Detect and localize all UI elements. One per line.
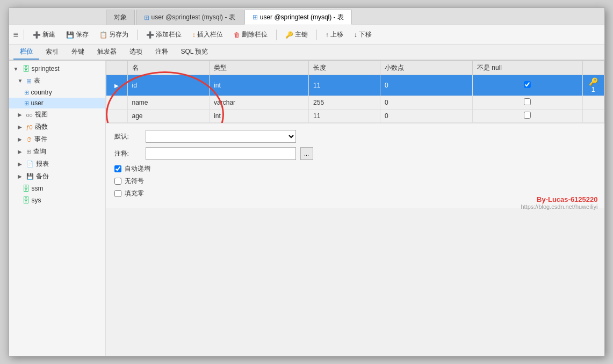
tab-user-table1[interactable]: ⊞ user @springtest (mysql) - 表 (136, 10, 243, 25)
sidebar-group-queries[interactable]: ▶ ⊞ 查询 (9, 145, 105, 158)
subtab-trigger[interactable]: 触发器 (91, 45, 123, 60)
subtab-bar: 栏位 索引 外键 触发器 选项 注释 SQL 预览 (9, 45, 604, 61)
fill-zero-label: 填充零 (125, 189, 144, 198)
move-up-button[interactable]: ↑ 上移 (322, 29, 347, 40)
col-header-key (582, 61, 604, 75)
tab-object[interactable]: 对象 (106, 10, 135, 25)
subtab-options-label: 选项 (129, 47, 142, 56)
table-row[interactable]: ▶ id int 11 0 🔑 1 (106, 75, 604, 96)
arrow-right-icon-backup: ▶ (18, 173, 24, 179)
delete-col-button[interactable]: 🗑 删除栏位 (230, 29, 271, 40)
sidebar-sys-label: sys (32, 196, 41, 204)
sidebar-db-springtest[interactable]: ▼ 🗄 springtest (9, 63, 105, 75)
notnull-checkbox-name[interactable] (524, 98, 531, 105)
field-name-name[interactable]: name (127, 96, 210, 110)
save-label: 保存 (76, 30, 89, 39)
save-icon: 💾 (66, 31, 74, 39)
sidebar-db-springtest-label: springtest (32, 65, 60, 72)
field-length-age[interactable]: 11 (309, 110, 380, 123)
function-icon: ƒ0 (26, 124, 33, 130)
comment-input[interactable] (146, 147, 296, 160)
sidebar-tables-label: 表 (34, 76, 40, 85)
comment-browse-button[interactable]: ... (300, 147, 313, 160)
report-icon: 📄 (26, 161, 34, 168)
field-type-age[interactable]: int (210, 110, 309, 123)
sidebar-db-ssm[interactable]: 🗄 ssm (9, 183, 105, 194)
save-as-button[interactable]: 📋 另存为 (96, 29, 132, 40)
field-type-name[interactable]: varchar (210, 96, 309, 110)
sidebar-ssm-label: ssm (32, 185, 44, 192)
row-arrow-cell3 (106, 110, 127, 123)
sidebar: ▼ 🗄 springtest ▼ ⊞ 表 ⊞ country ⊞ user ▶ … (9, 61, 106, 356)
field-notnull-id[interactable] (473, 75, 582, 96)
tab-user-table2[interactable]: ⊞ user @springtest (mysql) - 表 (244, 10, 352, 25)
row-arrow-cell: ▶ (106, 75, 127, 96)
key-number: 1 (592, 86, 595, 93)
subtab-comment-label: 注释 (155, 47, 168, 56)
field-notnull-name[interactable] (473, 96, 582, 110)
field-length-id[interactable]: 11 (309, 75, 380, 96)
save-as-icon: 📋 (99, 31, 107, 39)
new-icon: ➕ (33, 31, 41, 39)
subtab-comment[interactable]: 注释 (149, 45, 175, 60)
table-icon-country: ⊞ (24, 89, 29, 96)
subtab-fields[interactable]: 栏位 (13, 45, 39, 60)
subtab-options[interactable]: 选项 (123, 45, 149, 60)
notnull-checkbox-age[interactable] (524, 112, 531, 119)
default-select[interactable] (146, 130, 296, 143)
field-name-age[interactable]: age (127, 110, 210, 123)
sidebar-group-views[interactable]: ▶ oo 视图 (9, 108, 105, 121)
move-up-label: 上移 (330, 30, 343, 39)
sidebar-item-country[interactable]: ⊞ country (9, 87, 105, 98)
table-row[interactable]: name varchar 255 0 (106, 96, 604, 110)
add-col-label: 添加栏位 (156, 30, 182, 39)
sidebar-group-reports[interactable]: ▶ 📄 报表 (9, 158, 105, 170)
auto-increment-checkbox[interactable] (114, 165, 121, 172)
unsigned-checkbox[interactable] (114, 178, 121, 185)
new-button[interactable]: ➕ 新建 (30, 29, 59, 40)
sidebar-backup-label: 备份 (36, 172, 49, 181)
fill-zero-row: 填充零 (114, 189, 596, 198)
table-group-icon: ⊞ (26, 77, 32, 85)
subtab-index[interactable]: 索引 (39, 45, 65, 60)
sidebar-db-sys[interactable]: 🗄 sys (9, 194, 105, 206)
field-key-id: 🔑 1 (582, 75, 604, 96)
primary-key-icon: 🔑 (285, 31, 293, 39)
primary-key-button[interactable]: 🔑 主键 (282, 29, 311, 40)
sidebar-group-functions[interactable]: ▶ ƒ0 函数 (9, 121, 105, 133)
table-row[interactable]: age int 11 0 (106, 110, 604, 123)
subtab-foreign-key[interactable]: 外键 (65, 45, 91, 60)
fill-zero-checkbox[interactable] (114, 190, 121, 197)
field-name-id[interactable]: id (127, 75, 210, 96)
menu-icon[interactable]: ≡ (13, 30, 18, 40)
field-type-id[interactable]: int (210, 75, 309, 96)
save-button[interactable]: 💾 保存 (63, 29, 92, 40)
sidebar-group-events[interactable]: ▶ ⏱ 事件 (9, 133, 105, 145)
sidebar-group-backup[interactable]: ▶ 💾 备份 (9, 170, 105, 183)
notnull-checkbox-id[interactable] (524, 81, 531, 88)
default-row: 默认: (114, 130, 596, 143)
field-decimal-age[interactable]: 0 (380, 110, 473, 123)
auto-increment-label: 自动递增 (125, 164, 150, 173)
tab-bar: 对象 ⊞ user @springtest (mysql) - 表 ⊞ user… (9, 8, 604, 25)
add-col-button[interactable]: ➕ 添加栏位 (143, 29, 185, 40)
subtab-trigger-label: 触发器 (97, 47, 117, 56)
field-length-name[interactable]: 255 (309, 96, 380, 110)
db-icon-sys: 🗄 (22, 196, 30, 205)
toolbar-sep3 (276, 30, 277, 40)
toolbar: ≡ ➕ 新建 💾 保存 📋 另存为 ➕ 添加栏位 ↕ 插入栏位 🗑 删除栏位 (9, 25, 604, 45)
move-down-button[interactable]: ↓ 下移 (351, 29, 375, 40)
sidebar-item-user[interactable]: ⊞ user (9, 98, 105, 108)
subtab-sql-preview[interactable]: SQL 预览 (175, 45, 215, 60)
tab-table-icon2: ⊞ (253, 13, 258, 21)
toolbar-sep2 (137, 30, 138, 40)
arrow-down-icon2: ▼ (18, 78, 24, 84)
tab-table-icon1: ⊞ (144, 14, 149, 21)
field-decimal-name[interactable]: 0 (380, 96, 473, 110)
field-decimal-id[interactable]: 0 (380, 75, 473, 96)
insert-col-button[interactable]: ↕ 插入栏位 (189, 29, 226, 40)
arrow-right-icon-func: ▶ (18, 124, 24, 130)
sidebar-group-tables[interactable]: ▼ ⊞ 表 (9, 75, 105, 87)
field-notnull-age[interactable] (473, 110, 582, 123)
move-down-label: 下移 (359, 30, 372, 39)
